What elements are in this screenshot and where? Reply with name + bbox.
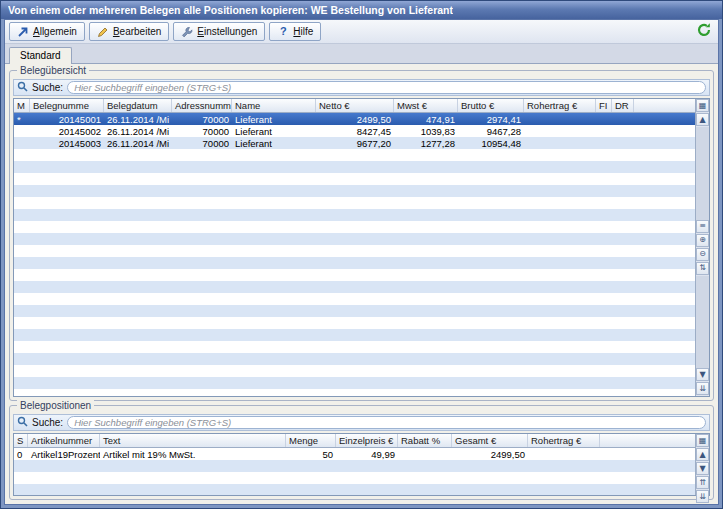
beleg-table[interactable]: MBelegnummeBelegdatumAdressnummNameNetto… — [14, 99, 695, 396]
beleg-search-input[interactable] — [67, 81, 706, 94]
table-row[interactable] — [14, 281, 695, 293]
fast-down-button[interactable]: ⇊ — [696, 382, 709, 395]
scrollbar-track[interactable] — [696, 276, 709, 369]
table-row[interactable] — [14, 209, 695, 221]
positionen-search-input[interactable] — [67, 416, 706, 429]
table-cell — [316, 197, 394, 209]
table-row[interactable] — [14, 305, 695, 317]
column-header[interactable]: Belegnumme — [30, 99, 104, 112]
table-row[interactable] — [14, 257, 695, 269]
table-cell — [30, 281, 104, 293]
table-cell — [14, 233, 30, 245]
table-row[interactable] — [14, 365, 695, 377]
column-header[interactable]: Artikelnummer — [28, 434, 100, 447]
table-row[interactable] — [14, 161, 695, 173]
table-row[interactable] — [14, 233, 695, 245]
column-header[interactable]: Rohertrag € — [524, 99, 596, 112]
table-row[interactable] — [14, 245, 695, 257]
table-cell — [596, 281, 612, 293]
fast-up-button[interactable]: ⇈ — [696, 476, 709, 489]
column-header[interactable] — [634, 99, 695, 112]
table-row[interactable]: 2014500226.11.2014 /Mi70000Lieferant8427… — [14, 125, 695, 137]
table-row[interactable] — [14, 173, 695, 185]
table-row[interactable] — [14, 149, 695, 161]
table-row[interactable]: 0Artikel19ProzentArtikel mit 19% MwSt.50… — [14, 448, 695, 460]
fast-down-button[interactable]: ⇊ — [696, 490, 709, 503]
table-cell: 20145003 — [30, 137, 104, 149]
scrollbar-track[interactable] — [696, 127, 709, 220]
positionen-table-header: SArtikelnummerTextMengeEinzelpreis €Raba… — [14, 434, 695, 448]
zoom-out-button[interactable]: ⊖ — [696, 248, 709, 261]
tab-standard[interactable]: Standard — [9, 47, 72, 64]
table-row[interactable] — [14, 185, 695, 197]
titlebar[interactable]: Von einem oder mehreren Belegen alle Pos… — [1, 1, 722, 19]
positionen-table[interactable]: SArtikelnummerTextMengeEinzelpreis €Raba… — [14, 434, 695, 495]
table-cell — [336, 484, 398, 495]
table-row[interactable] — [14, 472, 695, 484]
table-cell: 9467,28 — [458, 125, 524, 137]
column-header[interactable]: S — [14, 434, 28, 447]
table-cell — [596, 113, 612, 125]
apply-copy-button[interactable] — [694, 22, 714, 42]
table-cell — [172, 293, 232, 305]
column-options-button[interactable]: ▦ — [696, 99, 709, 112]
table-cell — [524, 269, 596, 281]
column-header[interactable]: Rabatt % — [398, 434, 452, 447]
scroll-up-button[interactable]: ▲ — [696, 448, 709, 461]
table-row[interactable]: *2014500126.11.2014 /Mi70000Lieferant249… — [14, 113, 695, 125]
table-row[interactable] — [14, 197, 695, 209]
hilfe-button[interactable]: ? Hilfe — [269, 22, 321, 41]
table-row[interactable]: 2014500326.11.2014 /Mi70000Lieferant9677… — [14, 137, 695, 149]
column-header[interactable]: Adressnumm — [172, 99, 232, 112]
table-cell — [232, 245, 316, 257]
table-row[interactable] — [14, 460, 695, 472]
column-header[interactable]: Netto € — [316, 99, 394, 112]
column-header[interactable]: Rohertrag € — [528, 434, 600, 447]
scroll-down-button[interactable]: ▼ — [696, 368, 709, 381]
scroll-down-button[interactable]: ▼ — [696, 462, 709, 475]
column-header[interactable]: Belegdatum — [104, 99, 172, 112]
einstellungen-button[interactable]: Einstellungen — [173, 22, 265, 41]
column-header[interactable]: Brutto € — [458, 99, 524, 112]
column-header[interactable]: M — [14, 99, 30, 112]
column-header[interactable]: Einzelpreis € — [336, 434, 398, 447]
column-header[interactable]: Text — [100, 434, 286, 447]
table-cell — [172, 149, 232, 161]
scroll-down-icon: ▼ — [699, 465, 705, 473]
table-row[interactable] — [14, 329, 695, 341]
column-header[interactable]: Name — [232, 99, 316, 112]
table-row[interactable] — [14, 221, 695, 233]
bearbeiten-button[interactable]: Bearbeiten — [89, 22, 169, 41]
table-cell — [14, 161, 30, 173]
sort-button[interactable]: ⇅ — [696, 262, 709, 275]
column-header[interactable]: Gesamt € — [452, 434, 528, 447]
column-header[interactable]: Menge — [286, 434, 336, 447]
zoom-in-button[interactable]: ⊕ — [696, 234, 709, 247]
table-row[interactable] — [14, 377, 695, 389]
table-cell — [394, 317, 458, 329]
table-row[interactable] — [14, 484, 695, 495]
table-cell — [612, 329, 634, 341]
column-options-button[interactable]: ▦ — [696, 434, 709, 447]
column-header[interactable] — [600, 434, 695, 447]
table-row[interactable] — [14, 341, 695, 353]
table-row[interactable] — [14, 293, 695, 305]
table-row[interactable] — [14, 353, 695, 365]
table-cell — [316, 329, 394, 341]
table-cell — [104, 341, 172, 353]
table-cell — [394, 173, 458, 185]
allgemein-button[interactable]: Allgemein — [9, 22, 85, 41]
column-header[interactable]: Mwst € — [394, 99, 458, 112]
column-header[interactable]: DR — [612, 99, 634, 112]
menu-icon: ≡ — [699, 222, 706, 230]
table-cell — [524, 293, 596, 305]
scroll-up-button[interactable]: ▲ — [696, 113, 709, 126]
table-row[interactable] — [14, 269, 695, 281]
settings-wrench-icon — [181, 26, 193, 38]
table-row[interactable] — [14, 389, 695, 396]
column-header[interactable]: FI — [596, 99, 612, 112]
grid-icon: ▦ — [699, 437, 707, 445]
table-row[interactable] — [14, 317, 695, 329]
table-cell — [172, 257, 232, 269]
row-menu-button[interactable]: ≡ — [696, 220, 709, 233]
